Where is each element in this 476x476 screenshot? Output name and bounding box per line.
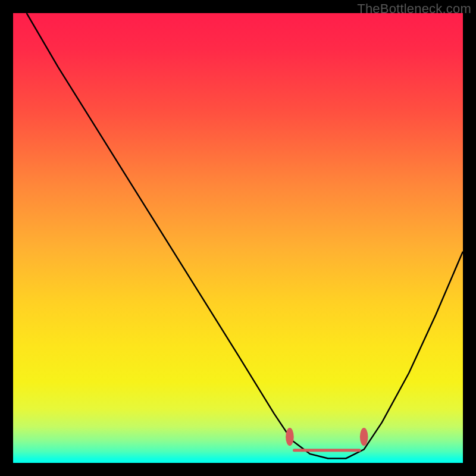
chart-frame: TheBottleneck.com <box>0 0 476 476</box>
bottleneck-curve <box>27 13 463 458</box>
optimal-range-left <box>286 428 294 446</box>
chart-svg <box>13 13 463 463</box>
watermark-text: TheBottleneck.com <box>357 1 471 17</box>
markers <box>286 428 368 450</box>
optimal-range-right <box>360 428 368 446</box>
plot-area <box>13 13 463 463</box>
